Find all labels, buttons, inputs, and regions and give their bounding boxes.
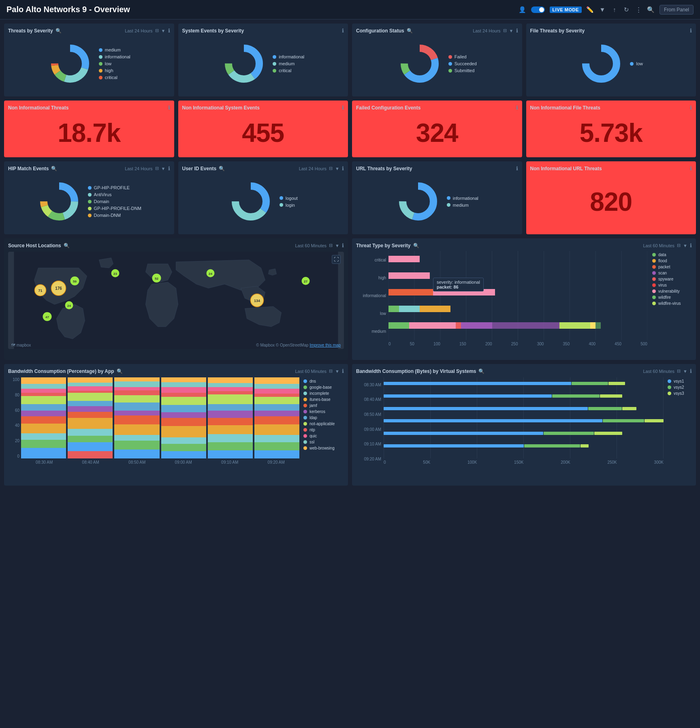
hip-config-icon[interactable]: ▼ bbox=[161, 166, 166, 171]
hbar-med-extra bbox=[595, 322, 601, 329]
hip-search-icon[interactable]: 🔍 bbox=[51, 166, 57, 171]
panel-threats-by-severity: Threats by Severity 🔍 Last 24 Hours ⊟ ▼ … bbox=[4, 24, 174, 96]
threats-config-icon[interactable]: ▼ bbox=[161, 28, 166, 33]
url-threats-info-icon[interactable]: ℹ bbox=[516, 165, 518, 171]
non-info-url-info[interactable]: ℹ bbox=[690, 165, 692, 171]
map-container[interactable]: ⛶ bbox=[8, 252, 344, 349]
panel-title-threat-type: Threat Type by Severity 🔍 Last 60 Minute… bbox=[356, 242, 692, 248]
bw-vs-legend: vsys1 vsys2 vsys3 bbox=[664, 377, 692, 467]
hbar-med-data bbox=[388, 322, 409, 329]
bw-vs-config-icon[interactable]: ▼ bbox=[683, 369, 687, 374]
title-non-info-file-threats: Non Informational File Threats ℹ bbox=[530, 105, 692, 111]
svg-text:52: 52 bbox=[155, 277, 158, 280]
config-config-icon[interactable]: ▼ bbox=[509, 28, 514, 33]
file-threats-info-icon[interactable]: ℹ bbox=[690, 28, 692, 34]
map-info-icon[interactable]: ℹ bbox=[342, 242, 344, 248]
bw-app-filter-icon[interactable]: ⊟ bbox=[329, 368, 333, 374]
title-non-info-system-events: Non Informational System Events ℹ bbox=[182, 105, 344, 111]
panel-title-url-threats: URL Threats by Severity ℹ bbox=[356, 165, 518, 171]
userid-search-icon[interactable]: 🔍 bbox=[219, 166, 225, 171]
dashboard: Threats by Severity 🔍 Last 24 Hours ⊟ ▼ … bbox=[0, 19, 700, 490]
bw-vs-info-icon[interactable]: ℹ bbox=[690, 368, 692, 374]
threat-type-config-icon[interactable]: ▼ bbox=[683, 243, 687, 248]
panel-url-threats: URL Threats by Severity ℹ informat bbox=[352, 161, 522, 234]
improve-map-link[interactable]: Improve this map bbox=[309, 343, 341, 347]
bw-vs-row-0850 bbox=[384, 407, 664, 410]
refresh-icon[interactable]: ↻ bbox=[623, 6, 630, 13]
svg-point-21 bbox=[49, 191, 70, 212]
hip-info-icon[interactable]: ℹ bbox=[168, 165, 170, 171]
bw-bar-0830 bbox=[21, 377, 66, 458]
hbar-info-vulnerability bbox=[433, 289, 495, 295]
share-icon[interactable]: ↑ bbox=[611, 6, 618, 13]
map-search-icon[interactable]: 🔍 bbox=[64, 243, 70, 248]
userid-info-icon[interactable]: ℹ bbox=[342, 165, 344, 171]
panel-title-hip: HIP Match Events 🔍 Last 24 Hours ⊟ ▼ ℹ bbox=[8, 165, 170, 171]
svg-point-15 bbox=[591, 53, 612, 74]
system-events-info-icon[interactable]: ℹ bbox=[342, 28, 344, 34]
filter-icon[interactable]: ▼ bbox=[599, 6, 606, 13]
bw-bar-0920 bbox=[254, 377, 299, 458]
config-donut bbox=[397, 41, 442, 86]
hip-filter-icon[interactable]: ⊟ bbox=[155, 166, 159, 171]
non-info-file-threats-info[interactable]: ℹ bbox=[690, 105, 692, 111]
more-icon[interactable]: ⋮ bbox=[635, 6, 642, 13]
bw-vs-search-icon[interactable]: 🔍 bbox=[478, 368, 484, 374]
hip-legend: GP-HIP-PROFILE AntiVirus Domain GP-HIP-P… bbox=[88, 185, 141, 218]
non-info-threats-info[interactable]: ℹ bbox=[168, 105, 170, 111]
failed-config-info[interactable]: ℹ bbox=[516, 105, 518, 111]
edit-icon[interactable]: ✏️ bbox=[587, 6, 594, 13]
title-failed-config: Failed Configuration Events ℹ bbox=[356, 105, 518, 111]
bw-app-search-icon[interactable]: 🔍 bbox=[117, 368, 123, 374]
threats-filter-icon[interactable]: ⊟ bbox=[155, 28, 159, 33]
bw-vs-rows bbox=[384, 377, 664, 460]
config-search-icon[interactable]: 🔍 bbox=[407, 28, 413, 34]
userid-filter-icon[interactable]: ⊟ bbox=[329, 166, 333, 171]
vs3-0920 bbox=[580, 444, 589, 448]
svg-text:176: 176 bbox=[55, 286, 62, 291]
panel-file-threats: File Threats by Severity ℹ low bbox=[526, 24, 696, 96]
live-mode-toggle[interactable] bbox=[531, 6, 545, 13]
threat-type-info-icon[interactable]: ℹ bbox=[690, 242, 692, 248]
from-panel-button[interactable]: From Panel bbox=[659, 5, 694, 15]
svg-point-13 bbox=[409, 53, 430, 74]
config-filter-icon[interactable]: ⊟ bbox=[503, 28, 507, 33]
svg-text:59: 59 bbox=[73, 280, 77, 283]
map-expand-button[interactable]: ⛶ bbox=[332, 255, 341, 264]
panel-config-status: Configuration Status 🔍 Last 24 Hours ⊟ ▼… bbox=[352, 24, 522, 96]
non-info-system-events-info[interactable]: ℹ bbox=[342, 105, 344, 111]
panel-title-config: Configuration Status 🔍 Last 24 Hours ⊟ ▼… bbox=[356, 28, 518, 34]
bw-vs-filter-icon[interactable]: ⊟ bbox=[677, 368, 681, 374]
bw-app-x-labels: 08:30 AM 08:40 AM 08:50 AM 09:00 AM 09:1… bbox=[21, 458, 299, 465]
threats-search-icon[interactable]: 🔍 bbox=[55, 28, 62, 34]
panel-system-events: System Events by Severity ℹ bbox=[178, 24, 348, 96]
panel-title-map: Source Host Locations 🔍 Last 60 Minutes … bbox=[8, 242, 344, 248]
hbar-medium bbox=[388, 322, 647, 329]
panel-title-system-events: System Events by Severity ℹ bbox=[182, 28, 344, 34]
bw-app-config-icon[interactable]: ▼ bbox=[335, 369, 339, 374]
map-filter-icon[interactable]: ⊟ bbox=[329, 243, 333, 248]
threat-type-filter-icon[interactable]: ⊟ bbox=[677, 243, 681, 248]
userid-config-icon[interactable]: ▼ bbox=[335, 166, 339, 171]
user-icon[interactable]: 👤 bbox=[519, 6, 526, 13]
threat-type-legend: data flood packet scan spyware virus vul… bbox=[647, 251, 692, 348]
failed-config-value: 324 bbox=[356, 112, 518, 153]
live-mode-badge: LIVE MODE bbox=[550, 6, 582, 13]
bw-app-info-icon[interactable]: ℹ bbox=[342, 368, 344, 374]
userid-chart-content: logout login bbox=[182, 173, 344, 230]
vs3-0840 bbox=[600, 394, 622, 398]
bw-app-bar-groups bbox=[21, 377, 299, 458]
threat-type-search-icon[interactable]: 🔍 bbox=[413, 243, 419, 248]
svg-text:47: 47 bbox=[45, 315, 49, 319]
hbar-med-wildfire-virus bbox=[590, 322, 595, 329]
config-info-icon[interactable]: ℹ bbox=[516, 28, 518, 34]
vs2-0850 bbox=[588, 407, 622, 410]
search-icon[interactable]: 🔍 bbox=[647, 6, 655, 13]
threat-type-chart-area: critical high informational low medium bbox=[356, 251, 692, 348]
bw-vs-row-0840 bbox=[384, 394, 664, 398]
threats-info-icon[interactable]: ℹ bbox=[168, 28, 170, 34]
svg-text:23: 23 bbox=[113, 272, 117, 276]
seg-jamf bbox=[21, 416, 66, 424]
threat-type-bars: severity: informational packet: 86 bbox=[388, 251, 647, 348]
map-config-icon[interactable]: ▼ bbox=[335, 243, 339, 248]
